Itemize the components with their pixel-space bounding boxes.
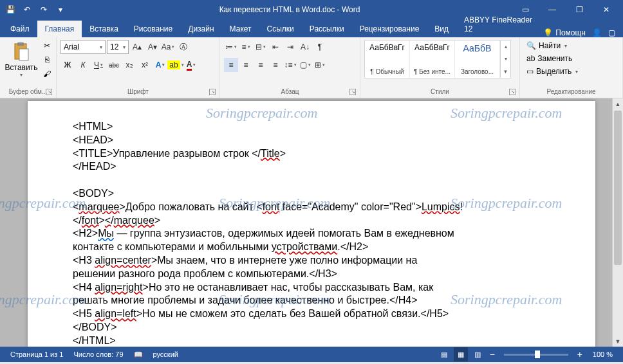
style-no-spacing[interactable]: АаБбВвГг ¶ Без инте... <box>410 41 455 78</box>
styles-scroll-up-icon[interactable]: ▴ <box>501 41 510 53</box>
tab-design[interactable]: Дизайн <box>180 21 221 37</box>
line-spacing-icon[interactable]: ↕≡ <box>283 58 297 72</box>
justify-icon[interactable]: ≡ <box>268 58 283 72</box>
borders-icon[interactable]: ⊞ <box>313 58 327 72</box>
zoom-out-button[interactable]: − <box>487 349 497 359</box>
paste-button[interactable]: Вставить ▾ <box>4 40 39 79</box>
view-print-icon[interactable]: ▦ <box>454 347 468 361</box>
ribbon-tabs: Файл Главная Вставка Рисование Дизайн Ма… <box>0 19 623 37</box>
underline-button[interactable]: Ч <box>91 58 106 72</box>
scroll-down-icon[interactable]: ▼ <box>613 336 623 347</box>
close-button[interactable]: ✕ <box>593 0 619 19</box>
zoom-in-button[interactable]: + <box>575 349 585 359</box>
format-painter-icon[interactable]: 🖌 <box>41 68 53 80</box>
paste-label: Вставить <box>5 63 38 72</box>
view-web-icon[interactable]: ▥ <box>470 347 485 361</box>
style-preview: АаБбВвГг <box>367 43 407 52</box>
cut-icon[interactable]: ✂ <box>41 40 53 51</box>
subscript-button[interactable]: x₂ <box>122 58 136 72</box>
page[interactable]: <HTML><HEAD> <TITLE>Управление разрывом … <box>28 101 595 347</box>
styles-scroll-down-icon[interactable]: ▾ <box>501 53 510 65</box>
find-label: Найти <box>539 41 561 50</box>
text-effects-icon[interactable]: A <box>153 58 167 72</box>
share-icon[interactable]: 👤 <box>592 28 602 37</box>
sort-icon[interactable]: A↓ <box>298 40 312 54</box>
tab-file[interactable]: Файл <box>3 21 37 37</box>
save-icon[interactable]: 💾 <box>4 3 17 16</box>
strikethrough-button[interactable]: abc <box>107 58 121 72</box>
zoom-level[interactable]: 100 % <box>588 350 618 358</box>
replace-icon: ab <box>526 54 535 63</box>
tell-me[interactable]: 💡Помощн <box>543 28 586 37</box>
paragraph-launcher[interactable] <box>349 89 356 95</box>
bold-button[interactable]: Ж <box>60 58 75 72</box>
scroll-thumb[interactable] <box>614 111 622 265</box>
font-launcher[interactable] <box>209 89 216 95</box>
align-center-icon[interactable]: ≡ <box>239 58 253 72</box>
align-right-icon[interactable]: ≡ <box>254 58 268 72</box>
style-name: ¶ Обычный <box>367 68 407 75</box>
scroll-track[interactable] <box>613 109 623 336</box>
font-size-combo[interactable]: 12▾ <box>107 40 129 54</box>
tab-abbyy[interactable]: ABBYY FineReader 12 <box>456 12 543 37</box>
grow-font-icon[interactable]: A▴ <box>130 40 144 54</box>
clipboard-launcher[interactable] <box>46 89 52 95</box>
tab-draw[interactable]: Рисование <box>126 21 180 37</box>
shrink-font-icon[interactable]: A▾ <box>145 40 160 54</box>
tab-home[interactable]: Главная <box>37 21 82 37</box>
scroll-up-icon[interactable]: ▲ <box>613 98 623 109</box>
status-word-count[interactable]: Число слов: 79 <box>68 350 128 358</box>
select-button[interactable]: ▭Выделить▾ <box>524 66 581 77</box>
styles-launcher[interactable] <box>509 89 516 95</box>
tab-insert[interactable]: Вставка <box>82 21 126 37</box>
change-case-icon[interactable]: Aa <box>161 40 175 54</box>
document-area[interactable]: <HTML><HEAD> <TITLE>Управление разрывом … <box>0 98 623 347</box>
group-styles: АаБбВвГг ¶ Обычный АаБбВвГг ¶ Без инте..… <box>360 37 520 98</box>
svg-rect-2 <box>19 49 28 60</box>
qat-customize-icon[interactable]: ▾ <box>54 3 67 16</box>
status-language[interactable]: русский <box>148 350 183 358</box>
window-title: Как перевести HTML в Word.doc - Word <box>67 5 512 14</box>
zoom-thumb[interactable] <box>535 350 540 358</box>
show-marks-icon[interactable]: ¶ <box>313 40 327 54</box>
replace-button[interactable]: abЗаменить <box>524 53 575 64</box>
tab-mailings[interactable]: Рассылки <box>302 21 352 37</box>
view-read-icon[interactable]: ▤ <box>437 347 451 361</box>
superscript-button[interactable]: x² <box>138 58 152 72</box>
replace-label: Заменить <box>537 54 572 63</box>
tab-view[interactable]: Вид <box>427 21 456 37</box>
status-proofing-icon[interactable]: 📖 <box>129 350 148 359</box>
zoom-slider[interactable] <box>504 354 568 356</box>
find-button[interactable]: 🔍Найти▾ <box>524 40 570 51</box>
group-label-font: Шрифт <box>60 87 216 96</box>
styles-more-icon[interactable]: ▼ <box>501 66 510 78</box>
bullets-icon[interactable]: ≔ <box>224 40 238 54</box>
multilevel-list-icon[interactable]: ⊟ <box>254 40 268 54</box>
style-preview: АаБбВвГг <box>413 43 452 52</box>
numbering-icon[interactable]: ≡ <box>239 40 253 54</box>
undo-icon[interactable]: ↶ <box>21 3 33 16</box>
tab-review[interactable]: Рецензирование <box>352 21 427 37</box>
style-normal[interactable]: АаБбВвГг ¶ Обычный <box>365 41 410 78</box>
redo-icon[interactable]: ↷ <box>37 3 50 16</box>
style-heading1[interactable]: АаБбВ Заголово... <box>455 41 500 78</box>
highlight-icon[interactable]: ab <box>169 58 183 72</box>
shading-icon[interactable]: ▢ <box>298 58 312 72</box>
document-text[interactable]: <HTML><HEAD> <TITLE>Управление разрывом … <box>73 120 550 347</box>
font-color-icon[interactable]: A <box>184 58 198 72</box>
tab-layout[interactable]: Макет <box>222 21 259 37</box>
clear-formatting-icon[interactable]: Ⓐ <box>176 40 191 54</box>
decrease-indent-icon[interactable]: ⇤ <box>268 40 283 54</box>
align-left-icon[interactable]: ≡ <box>224 58 238 72</box>
copy-icon[interactable]: ⎘ <box>41 54 53 66</box>
italic-button[interactable]: К <box>76 58 90 72</box>
collapse-ribbon-icon[interactable]: ▢ <box>608 28 615 37</box>
ribbon: Вставить ▾ ✂ ⎘ 🖌 Буфер обм... Arial▾ 12▾… <box>0 37 623 98</box>
font-name-combo[interactable]: Arial▾ <box>60 40 106 54</box>
restore-button[interactable]: ❐ <box>566 0 592 19</box>
group-paragraph: ≔ ≡ ⊟ ⇤ ⇥ A↓ ¶ ≡ ≡ ≡ ≡ ↕≡ ▢ ⊞ Абзац <box>220 37 360 98</box>
tab-references[interactable]: Ссылки <box>259 21 302 37</box>
vertical-scrollbar[interactable]: ▲ ▼ <box>612 98 623 347</box>
status-page[interactable]: Страница 1 из 1 <box>5 350 68 358</box>
increase-indent-icon[interactable]: ⇥ <box>283 40 297 54</box>
